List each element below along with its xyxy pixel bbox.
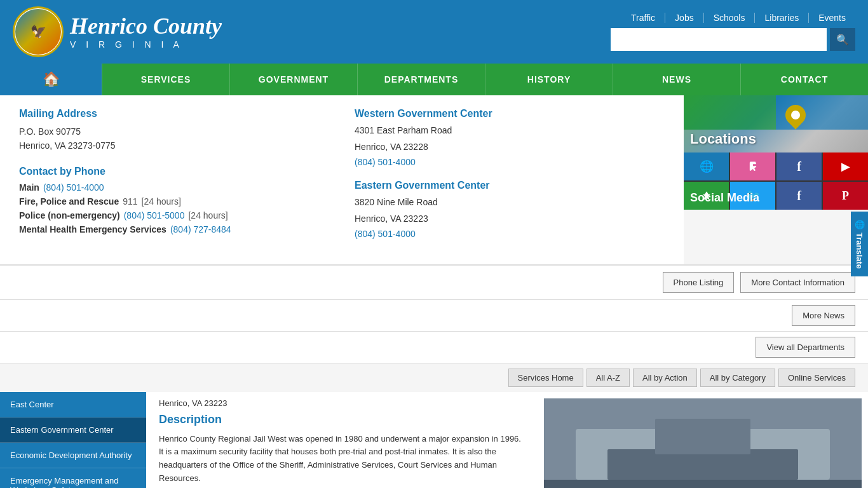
mailing-line1: P.O. Box 90775 xyxy=(19,125,329,139)
nav-news[interactable]: NEWS xyxy=(613,64,740,95)
mailing-address: P.O. Box 90775 Henrico, VA 23273-0775 xyxy=(19,125,329,153)
contact-buttons-row: Phone Listing More Contact Information xyxy=(0,265,868,299)
view-all-depts-button[interactable]: View all Departments xyxy=(756,337,855,358)
dept-subnav: Services Home All A-Z All by Action All … xyxy=(0,363,868,392)
content-address: Henrico, VA 23223 xyxy=(159,398,525,408)
right-sidebar: Locations 🌐 f ▶ 🐦 f P Social Media xyxy=(684,95,868,264)
translate-widget[interactable]: 🌐 Translate xyxy=(851,212,868,276)
county-seal: 🦅 xyxy=(13,6,64,57)
nav-bar: 🏠 SERVICES GOVERNMENT DEPARTMENTS HISTOR… xyxy=(0,64,868,95)
phone-number-main[interactable]: (804) 501-4000 xyxy=(43,182,104,193)
schools-link[interactable]: Schools xyxy=(704,13,756,23)
eastern-address1: 3820 Nine Mile Road xyxy=(355,195,665,209)
svg-rect-4 xyxy=(544,480,862,488)
phone-note-fire: [24 hours] xyxy=(142,196,181,207)
top-links: Traffic Jobs Schools Libraries Events xyxy=(621,13,855,23)
more-news-button[interactable]: More News xyxy=(792,305,855,326)
description-text: Henrico County Regional Jail West was op… xyxy=(159,433,525,485)
phone-label-main: Main xyxy=(19,182,39,193)
sidebar-item-emergency-mgmt[interactable]: Emergency Management and Workplace Safet… xyxy=(0,468,146,488)
map-pin-inner xyxy=(789,109,802,121)
virginia-label: V I R G I N I A xyxy=(70,39,222,50)
sidebar-item-economic-dev[interactable]: Economic Development Authority xyxy=(0,443,146,468)
contact-panel-row: Mailing Address P.O. Box 90775 Henrico, … xyxy=(0,95,868,265)
phone-row-mental: Mental Health Emergency Services (804) 7… xyxy=(19,224,329,234)
contact-right: Western Government Center 4301 East Parh… xyxy=(355,108,665,252)
top-right: Traffic Jobs Schools Libraries Events 🔍 xyxy=(611,13,855,51)
svg-rect-3 xyxy=(655,419,750,454)
nav-home-button[interactable]: 🏠 xyxy=(0,64,102,95)
phone-heading: Contact by Phone xyxy=(19,166,329,177)
mailing-line2: Henrico, VA 23273-0775 xyxy=(19,139,329,152)
seal-inner: 🦅 xyxy=(15,9,61,55)
phone-label-police: Police (non-emergency) xyxy=(19,210,120,220)
locations-label: Locations xyxy=(690,131,756,147)
more-contact-button[interactable]: More Contact Information xyxy=(740,272,855,293)
phone-section: Contact by Phone Main (804) 501-4000 Fir… xyxy=(19,166,329,234)
nav-contact[interactable]: CONTACT xyxy=(740,64,868,95)
libraries-link[interactable]: Libraries xyxy=(755,13,809,23)
sidebar-item-east-center[interactable]: East Center xyxy=(0,392,146,417)
social-globe-icon[interactable]: 🌐 xyxy=(684,152,729,180)
search-bar: 🔍 xyxy=(611,28,855,51)
nav-government[interactable]: GOVERNMENT xyxy=(229,64,357,95)
nav-departments[interactable]: DEPARTMENTS xyxy=(357,64,485,95)
nav-services[interactable]: SERVICES xyxy=(102,64,229,95)
phone-listing-button[interactable]: Phone Listing xyxy=(663,272,735,293)
news-section: More News xyxy=(0,299,868,331)
contact-grid: Mailing Address P.O. Box 90775 Henrico, … xyxy=(19,108,665,252)
main-photo-svg xyxy=(544,398,862,488)
photo-gallery xyxy=(538,392,868,488)
nav-history[interactable]: HISTORY xyxy=(485,64,613,95)
social-facebook-icon[interactable]: f xyxy=(776,152,822,180)
social-media-label: Social Media xyxy=(690,191,759,205)
phone-number-mental[interactable]: (804) 727-8484 xyxy=(170,224,231,234)
top-bar: 🦅 Henrico County V I R G I N I A Traffic… xyxy=(0,0,868,64)
eastern-center-block: Eastern Government Center 3820 Nine Mile… xyxy=(355,180,665,239)
description-heading: Description xyxy=(159,413,525,426)
western-address2: Henrico, VA 23228 xyxy=(355,140,665,154)
left-sidebar: East Center Eastern Government Center Ec… xyxy=(0,392,146,488)
eastern-address2: Henrico, VA 23223 xyxy=(355,212,665,226)
events-link[interactable]: Events xyxy=(809,13,855,23)
translate-label: Translate xyxy=(855,233,864,269)
western-phone[interactable]: (804) 501-4000 xyxy=(355,157,416,167)
phone-number-police[interactable]: (804) 501-5000 xyxy=(124,210,185,220)
phone-row-main: Main (804) 501-4000 xyxy=(19,182,329,193)
social-pinterest-icon[interactable]: P xyxy=(823,182,868,210)
content-area: Henrico, VA 23223 Description Henrico Co… xyxy=(146,392,538,488)
phone-label-mental: Mental Health Emergency Services xyxy=(19,224,166,234)
phone-label-fire: Fire, Police and Rescue xyxy=(19,196,119,207)
western-heading[interactable]: Western Government Center xyxy=(355,108,665,119)
western-center-block: Western Government Center 4301 East Parh… xyxy=(355,108,665,167)
photo-main xyxy=(544,398,862,488)
phone-row-fire: Fire, Police and Rescue 911 [24 hours] xyxy=(19,196,329,207)
subnav-all-action[interactable]: All by Action xyxy=(633,369,697,387)
search-button[interactable]: 🔍 xyxy=(830,28,855,51)
logo-area: 🦅 Henrico County V I R G I N I A xyxy=(13,6,222,57)
social-media-box: 🌐 f ▶ 🐦 f P Social Media xyxy=(684,152,868,210)
contact-section: Mailing Address P.O. Box 90775 Henrico, … xyxy=(0,95,684,264)
subnav-services-home[interactable]: Services Home xyxy=(508,369,583,387)
search-input[interactable] xyxy=(611,28,827,51)
western-address1: 4301 East Parham Road xyxy=(355,123,665,137)
social-youtube-icon[interactable]: ▶ xyxy=(823,152,868,180)
traffic-link[interactable]: Traffic xyxy=(621,13,665,23)
logo-text: Henrico County V I R G I N I A xyxy=(70,14,222,50)
locations-image-box[interactable]: Locations xyxy=(684,95,868,152)
eastern-heading[interactable]: Eastern Government Center xyxy=(355,180,665,191)
subnav-all-az[interactable]: All A-Z xyxy=(587,369,630,387)
phone-row-police: Police (non-emergency) (804) 501-5000 [2… xyxy=(19,210,329,220)
departments-section: View all Departments xyxy=(0,331,868,363)
sidebar-item-eastern-gov[interactable]: Eastern Government Center xyxy=(0,417,146,443)
social-foursquare-icon[interactable] xyxy=(730,152,775,180)
social-facebook2-icon[interactable]: f xyxy=(776,182,822,210)
eastern-phone[interactable]: (804) 501-4000 xyxy=(355,229,416,239)
lower-section: East Center Eastern Government Center Ec… xyxy=(0,392,868,488)
contact-left: Mailing Address P.O. Box 90775 Henrico, … xyxy=(19,108,329,252)
translate-icon: 🌐 xyxy=(855,219,864,229)
mailing-heading: Mailing Address xyxy=(19,108,329,119)
subnav-all-category[interactable]: All by Category xyxy=(700,369,775,387)
jobs-link[interactable]: Jobs xyxy=(665,13,704,23)
subnav-online-services[interactable]: Online Services xyxy=(778,369,855,387)
